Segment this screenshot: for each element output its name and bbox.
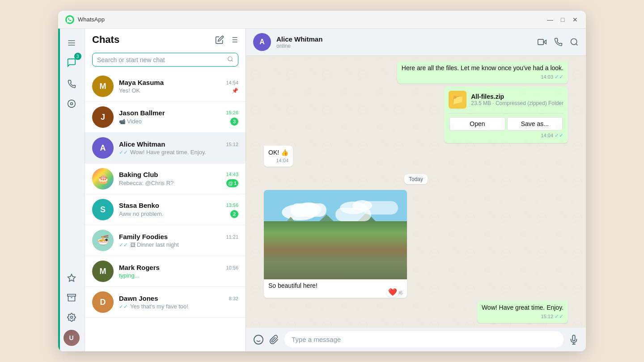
message-row-4: So beautiful here! 15:06 ❤️ (264, 190, 568, 298)
pin-icon-maya: 📌 (232, 88, 238, 94)
chat-item-stasa[interactable]: S Stasa Benko 13:56 Aww no problem. 2 (85, 194, 246, 225)
search-input-wrap (92, 53, 238, 67)
image-meta-4: 15:06 (264, 290, 407, 298)
message-bubble-5: Wow! Have great time. Enjoy. 15:12 ✓✓ (477, 301, 568, 323)
video-call-button[interactable] (538, 38, 547, 46)
chat-name-alice: Alice Whitman (119, 140, 165, 148)
file-save-button[interactable]: Save as... (507, 117, 563, 130)
chat-top-mark: Mark Rogers 10:56 (119, 264, 238, 271)
attach-button[interactable] (269, 335, 279, 345)
nav-starred-icon[interactable] (63, 269, 80, 287)
chat-top-jason: Jason Ballmer 15:26 (119, 109, 238, 117)
chat-preview-alice: ✓✓ Wow! Have great time. Enjoy. (119, 149, 238, 156)
file-meta-2: 14:04 ✓✓ (449, 132, 564, 139)
message-text-5: Wow! Have great time. Enjoy. (482, 303, 564, 312)
voice-call-button[interactable] (554, 38, 563, 46)
avatar-family: 🍜 (92, 230, 114, 251)
voice-message-button[interactable] (569, 335, 579, 345)
file-time-2: 14:04 (541, 133, 553, 138)
double-check-family: ✓✓ (119, 242, 128, 248)
chat-bottom-dawn: ✓✓ Yes that's my fave too! (119, 303, 238, 310)
image-content-4 (264, 190, 407, 279)
avatar-alice: A (92, 137, 114, 159)
svg-point-9 (70, 316, 72, 319)
chat-item-mark[interactable]: M Mark Rogers 10:56 typing... (85, 256, 246, 287)
svg-point-37 (254, 335, 263, 344)
chat-item-alice[interactable]: A Alice Whitman 15:12 ✓✓ Wow! Have great… (85, 133, 246, 164)
message-input[interactable] (284, 331, 564, 348)
chat-bottom-alice: ✓✓ Wow! Have great time. Enjoy. (119, 149, 238, 156)
titlebar-controls: — □ ✕ (547, 16, 579, 23)
nav-status-icon[interactable] (63, 95, 80, 113)
date-divider-text: Today (404, 174, 428, 184)
message-check-1: ✓✓ (555, 74, 564, 80)
filter-button[interactable] (229, 35, 238, 44)
chat-name-family: Family Foodies (119, 233, 168, 240)
message-row-1: Here are all the files. Let me know once… (264, 61, 568, 84)
nav-user-avatar[interactable]: U (64, 330, 80, 346)
chat-content-baking: Baking Club 14:43 Rebecca: @Chris R? @ 1 (119, 171, 238, 187)
chat-time-maya: 14:54 (226, 80, 238, 85)
message-check-5: ✓✓ (555, 313, 564, 320)
chat-top-family: Family Foodies 11:21 (119, 233, 238, 240)
chat-name-baking: Baking Club (119, 171, 158, 178)
nav-calls-icon[interactable] (63, 75, 80, 93)
chat-bottom-jason: 📹 Video 3 (119, 118, 238, 126)
image-bubble-4: So beautiful here! 15:06 (264, 190, 407, 298)
nav-settings-icon[interactable] (63, 308, 80, 326)
chat-content-jason: Jason Ballmer 15:26 📹 Video 3 (119, 109, 238, 126)
chat-preview-baking: Rebecca: @Chris R? (119, 180, 226, 186)
file-name-2: All-files.zip (471, 93, 564, 100)
main-layout: 3 (58, 29, 586, 351)
chat-name-mark: Mark Rogers (119, 264, 160, 271)
message-bubble-1: Here are all the files. Let me know once… (397, 61, 568, 84)
chat-time-stasa: 13:56 (226, 202, 238, 208)
chat-time-mark: 10:56 (226, 265, 238, 270)
nav-archived-icon[interactable] (63, 289, 80, 307)
sidebar-actions (215, 35, 238, 44)
app-logo (65, 15, 74, 24)
chat-time-baking: 14:43 (226, 172, 238, 177)
chat-bottom-maya: Yes! OK 📌 (119, 87, 238, 94)
chat-preview-maya: Yes! OK (119, 87, 232, 94)
chat-header-avatar[interactable]: A (253, 33, 271, 51)
chat-name-dawn: Dawn Jones (119, 295, 158, 302)
chat-time-dawn: 8:32 (229, 296, 238, 301)
chat-preview-mark: typing... (119, 272, 238, 279)
avatar-dawn: D (92, 291, 114, 313)
svg-point-28 (282, 204, 318, 220)
chat-bottom-stasa: Aww no problem. 2 (119, 210, 238, 218)
file-size-2: 23.5 MB · Compressed (zipped) Folder (471, 100, 564, 106)
minimize-button[interactable]: — (547, 16, 554, 23)
file-check-2: ✓✓ (555, 132, 564, 139)
chat-name-maya: Maya Kasuma (119, 79, 164, 86)
chat-item-family[interactable]: 🍜 Family Foodies 11:21 ✓✓ 🖼 Dinner last … (85, 225, 246, 256)
maximize-button[interactable]: □ (559, 16, 566, 23)
search-button[interactable] (570, 38, 579, 46)
chat-preview-stasa: Aww no problem. (119, 210, 230, 217)
chats-badge: 3 (74, 53, 81, 60)
message-meta-3: 14:04 (268, 158, 288, 163)
new-chat-button[interactable] (215, 35, 224, 44)
close-button[interactable]: ✕ (572, 16, 579, 23)
chat-item-dawn[interactable]: D Dawn Jones 8:32 ✓✓ Yes that's my fave … (85, 287, 246, 318)
image-reaction-4: ❤️ (386, 287, 399, 297)
search-icon (227, 56, 233, 63)
active-indicator (58, 29, 60, 351)
search-input[interactable] (97, 56, 227, 63)
chat-item-jason[interactable]: J Jason Ballmer 15:26 📹 Video 3 (85, 102, 246, 133)
app-window: WhatsApp — □ ✕ (58, 11, 586, 351)
chat-content-family: Family Foodies 11:21 ✓✓ 🖼 Dinner last ni… (119, 233, 238, 248)
chat-preview-jason: 📹 Video (119, 118, 230, 125)
svg-marker-23 (543, 40, 546, 44)
message-bubble-3: OK! 👍 14:04 (264, 146, 293, 167)
svg-point-29 (296, 202, 321, 217)
chat-item-maya[interactable]: M Maya Kasuma 14:54 Yes! OK 📌 (85, 71, 246, 102)
chat-item-baking[interactable]: 🎂 Baking Club 14:43 Rebecca: @Chris R? @ (85, 164, 246, 194)
message-text-3: OK! 👍 (268, 148, 288, 157)
nav-menu-icon[interactable] (63, 34, 80, 52)
file-open-button[interactable]: Open (449, 117, 505, 130)
emoji-button[interactable] (253, 334, 264, 345)
left-nav: 3 (58, 29, 85, 351)
chat-content-stasa: Stasa Benko 13:56 Aww no problem. 2 (119, 202, 238, 218)
